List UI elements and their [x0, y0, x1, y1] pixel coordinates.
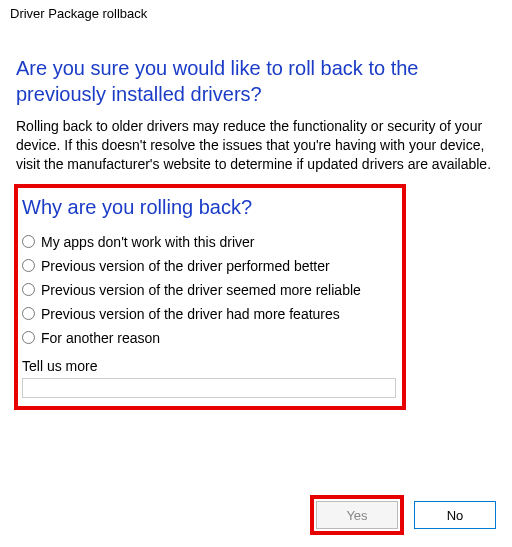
- reason-radio-other[interactable]: [22, 331, 35, 344]
- reason-label: Previous version of the driver had more …: [41, 306, 340, 322]
- reason-option-features[interactable]: Previous version of the driver had more …: [22, 302, 396, 326]
- reason-radio-group: My apps don't work with this driver Prev…: [22, 230, 396, 350]
- reason-option-performed-better[interactable]: Previous version of the driver performed…: [22, 254, 396, 278]
- reason-heading: Why are you rolling back?: [22, 194, 396, 220]
- no-button[interactable]: No: [414, 501, 496, 529]
- reason-radio-features[interactable]: [22, 307, 35, 320]
- reason-radio-reliable[interactable]: [22, 283, 35, 296]
- reason-label: My apps don't work with this driver: [41, 234, 255, 250]
- reason-label: Previous version of the driver seemed mo…: [41, 282, 361, 298]
- warning-text: Rolling back to older drivers may reduce…: [16, 117, 496, 174]
- dialog-content: Are you sure you would like to roll back…: [0, 23, 512, 410]
- yes-button[interactable]: Yes: [316, 501, 398, 529]
- reason-option-reliable[interactable]: Previous version of the driver seemed mo…: [22, 278, 396, 302]
- confirm-heading: Are you sure you would like to roll back…: [16, 55, 496, 107]
- reason-label: For another reason: [41, 330, 160, 346]
- window-title: Driver Package rollback: [0, 0, 512, 23]
- reason-label: Previous version of the driver performed…: [41, 258, 330, 274]
- tell-us-more-input[interactable]: [22, 378, 396, 398]
- reason-section-highlight: Why are you rolling back? My apps don't …: [14, 184, 406, 410]
- reason-option-apps[interactable]: My apps don't work with this driver: [22, 230, 396, 254]
- reason-option-other[interactable]: For another reason: [22, 326, 396, 350]
- dialog-buttons: Yes No: [310, 495, 496, 535]
- yes-button-highlight: Yes: [310, 495, 404, 535]
- reason-radio-performed-better[interactable]: [22, 259, 35, 272]
- tell-us-more-label: Tell us more: [22, 358, 396, 374]
- reason-radio-apps[interactable]: [22, 235, 35, 248]
- rollback-dialog: Driver Package rollback Are you sure you…: [0, 0, 512, 547]
